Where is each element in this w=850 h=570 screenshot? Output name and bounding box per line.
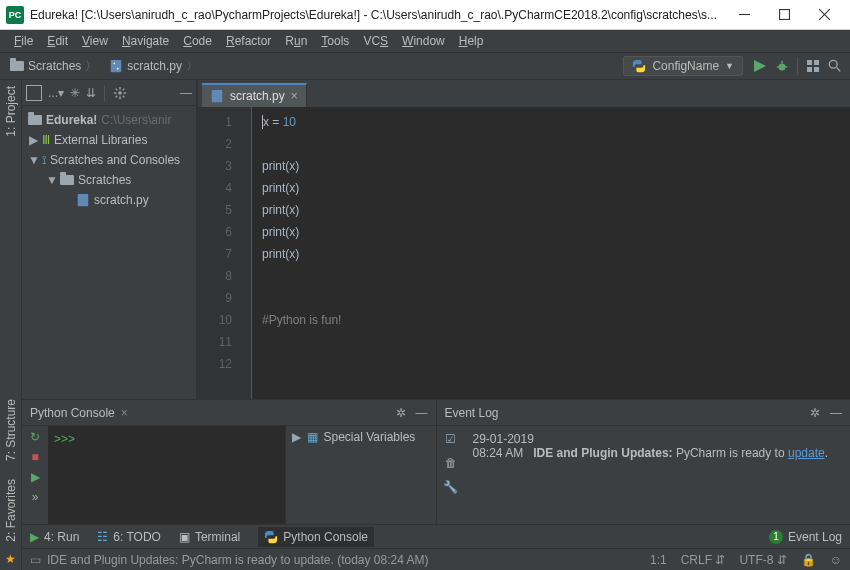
gear-icon[interactable]: ✲ bbox=[396, 406, 406, 420]
project-dropdown-icon[interactable]: ...▾ bbox=[48, 86, 64, 100]
console-output[interactable]: >>> bbox=[48, 426, 286, 524]
svg-rect-1 bbox=[779, 10, 789, 20]
event-link[interactable]: update bbox=[788, 446, 825, 460]
menu-window[interactable]: Window bbox=[396, 32, 451, 50]
folder-icon bbox=[28, 115, 42, 125]
left-tool-stripe: 1: Project 7: Structure 2: Favorites ★ bbox=[0, 80, 22, 570]
tree-row[interactable]: scratch.py bbox=[22, 190, 196, 210]
tree-path: C:\Users\anir bbox=[101, 113, 171, 127]
tool-terminal[interactable]: ▣Terminal bbox=[179, 530, 240, 544]
hector-icon[interactable]: ☺ bbox=[830, 553, 842, 567]
tool-run[interactable]: ▶4: Run bbox=[30, 530, 79, 544]
tool-python-console[interactable]: Python Console bbox=[258, 527, 374, 547]
scroll-to-source-icon[interactable]: ✳ bbox=[70, 86, 80, 100]
close-button[interactable] bbox=[804, 1, 844, 29]
svg-rect-26 bbox=[78, 194, 89, 206]
tree-label: External Libraries bbox=[54, 133, 147, 147]
hide-button[interactable]: — bbox=[180, 86, 192, 100]
python-file-icon bbox=[210, 89, 224, 103]
close-panel-icon[interactable]: × bbox=[121, 406, 128, 420]
tree-row[interactable]: Edureka! C:\Users\anir bbox=[22, 110, 196, 130]
svg-rect-27 bbox=[212, 90, 223, 102]
chevron-right-icon: 〉 bbox=[85, 58, 97, 75]
menu-help[interactable]: Help bbox=[453, 32, 490, 50]
tool-project[interactable]: 1: Project bbox=[4, 80, 18, 143]
editor-tab[interactable]: scratch.py × bbox=[202, 83, 307, 107]
svg-line-23 bbox=[123, 95, 125, 97]
debug-button[interactable] bbox=[771, 55, 793, 77]
expand-icon[interactable]: ▶ bbox=[28, 133, 38, 147]
project-tree[interactable]: Edureka! C:\Users\anir ▶ Ⅲ External Libr… bbox=[22, 106, 196, 399]
tree-row[interactable]: ▼ ⟟ Scratches and Consoles bbox=[22, 150, 196, 170]
run-icon[interactable]: ▶ bbox=[31, 470, 40, 484]
gear-icon[interactable]: ✲ bbox=[810, 406, 820, 420]
check-icon[interactable]: ☑ bbox=[445, 432, 456, 446]
menu-file[interactable]: File bbox=[8, 32, 39, 50]
lock-icon[interactable]: 🔒 bbox=[801, 553, 816, 567]
menu-code[interactable]: Code bbox=[177, 32, 218, 50]
status-icon[interactable]: ▭ bbox=[30, 553, 41, 567]
window-title: Edureka! [C:\Users\anirudh_c_rao\Pycharm… bbox=[30, 8, 724, 22]
code-text[interactable]: x = 10 print(x) print(x) print(x) print(… bbox=[252, 107, 850, 399]
maximize-button[interactable] bbox=[764, 1, 804, 29]
more-icon[interactable]: » bbox=[32, 490, 39, 504]
breadcrumb-root[interactable]: Scratches 〉 bbox=[4, 56, 103, 77]
collapse-icon[interactable]: ▼ bbox=[46, 173, 56, 187]
tool-todo[interactable]: ☷6: TODO bbox=[97, 530, 161, 544]
tool-favorites[interactable]: 2: Favorites bbox=[4, 473, 18, 548]
bottom-panels: Python Console × ✲ — ↻ ■ ▶ » bbox=[22, 399, 850, 524]
rerun-icon[interactable]: ↻ bbox=[30, 430, 40, 444]
panel-title: Event Log bbox=[445, 406, 499, 420]
trash-icon[interactable]: 🗑 bbox=[445, 456, 457, 470]
menu-refactor[interactable]: Refactor bbox=[220, 32, 277, 50]
svg-rect-11 bbox=[807, 60, 812, 65]
collapse-icon[interactable]: ▼ bbox=[28, 153, 38, 167]
close-tab-icon[interactable]: × bbox=[291, 89, 298, 103]
hide-icon[interactable]: — bbox=[830, 406, 842, 420]
menu-view[interactable]: View bbox=[76, 32, 114, 50]
project-view-icon[interactable] bbox=[26, 85, 42, 101]
svg-line-22 bbox=[116, 88, 118, 90]
menubar: File Edit View Navigate Code Refactor Ru… bbox=[0, 30, 850, 52]
tree-label: Edureka! bbox=[46, 113, 97, 127]
svg-rect-13 bbox=[807, 67, 812, 72]
run-button[interactable] bbox=[749, 55, 771, 77]
breadcrumb-file[interactable]: scratch.py 〉 bbox=[103, 56, 204, 77]
svg-rect-12 bbox=[814, 60, 819, 65]
tree-row[interactable]: ▶ Ⅲ External Libraries bbox=[22, 130, 196, 150]
menu-tools[interactable]: Tools bbox=[315, 32, 355, 50]
code-area[interactable]: 123456789101112 x = 10 print(x) print(x)… bbox=[198, 107, 850, 399]
tree-label: Scratches bbox=[78, 173, 131, 187]
collapse-icon[interactable]: ⇊ bbox=[86, 86, 96, 100]
variables-view[interactable]: ▶ ▦ Special Variables bbox=[286, 426, 436, 524]
tree-row[interactable]: ▼ Scratches bbox=[22, 170, 196, 190]
svg-rect-14 bbox=[814, 67, 819, 72]
status-caret-pos[interactable]: 1:1 bbox=[650, 553, 667, 567]
svg-line-24 bbox=[116, 95, 118, 97]
layout-icon[interactable] bbox=[802, 55, 824, 77]
hide-icon[interactable]: — bbox=[416, 406, 428, 420]
menu-vcs[interactable]: VCS bbox=[357, 32, 394, 50]
navigation-bar: Scratches 〉 scratch.py 〉 ConfigName ▼ bbox=[0, 52, 850, 80]
stop-icon[interactable]: ■ bbox=[31, 450, 38, 464]
menu-edit[interactable]: Edit bbox=[41, 32, 74, 50]
event-log-panel: Event Log ✲ — ☑ 🗑 🔧 29-01-2019 bbox=[437, 400, 851, 524]
search-everywhere-button[interactable] bbox=[824, 55, 846, 77]
status-encoding[interactable]: UTF-8 ⇵ bbox=[739, 553, 786, 567]
tab-label: scratch.py bbox=[230, 89, 285, 103]
menu-run[interactable]: Run bbox=[279, 32, 313, 50]
menu-navigate[interactable]: Navigate bbox=[116, 32, 175, 50]
run-config-dropdown[interactable]: ConfigName ▼ bbox=[623, 56, 743, 76]
status-eol[interactable]: CRLF ⇵ bbox=[681, 553, 726, 567]
minimize-button[interactable] bbox=[724, 1, 764, 29]
python-file-icon bbox=[109, 59, 123, 73]
tool-structure[interactable]: 7: Structure bbox=[4, 393, 18, 467]
folder-icon bbox=[10, 61, 24, 71]
eventlog-content[interactable]: 29-01-2019 08:24 AM IDE and Plugin Updat… bbox=[465, 426, 851, 524]
wrench-icon[interactable]: 🔧 bbox=[443, 480, 458, 494]
gear-icon[interactable] bbox=[113, 86, 127, 100]
eventlog-toolbar: ☑ 🗑 🔧 bbox=[437, 426, 465, 524]
svg-line-16 bbox=[837, 68, 841, 72]
chevron-right-icon: 〉 bbox=[186, 58, 198, 75]
tool-event-log[interactable]: 1Event Log bbox=[769, 530, 842, 544]
